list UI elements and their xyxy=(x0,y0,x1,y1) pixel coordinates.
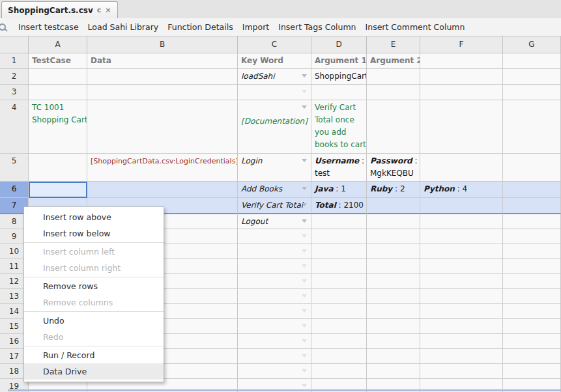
horizontal-scrollbar[interactable] xyxy=(8,389,561,391)
cell-E13[interactable] xyxy=(367,289,420,304)
dropdown-arrow-icon[interactable] xyxy=(302,279,307,283)
cell-E4[interactable] xyxy=(367,100,420,154)
cell-G5[interactable] xyxy=(503,154,561,182)
cell-G7[interactable] xyxy=(503,198,561,214)
cell-D4[interactable]: Verify Cart Total once you add books to … xyxy=(311,100,367,154)
dropdown-arrow-icon[interactable] xyxy=(302,219,307,223)
cell-B3[interactable] xyxy=(87,85,238,100)
row-header-6[interactable]: 6 xyxy=(0,182,29,198)
grid-corner[interactable] xyxy=(0,36,29,53)
cell-D3[interactable] xyxy=(311,85,367,100)
menu-item-insert-row-above[interactable]: Insert row above xyxy=(24,209,164,225)
cell-G1[interactable] xyxy=(503,53,561,69)
toolbar-item-insert-tags-column[interactable]: Insert Tags Column xyxy=(274,22,360,32)
row-header-4[interactable]: 4 xyxy=(0,100,29,154)
menu-item-run-record[interactable]: Run / Record xyxy=(24,347,164,363)
cell-C16[interactable] xyxy=(238,334,311,349)
cell-F8[interactable] xyxy=(420,214,503,229)
row-header-3[interactable]: 3 xyxy=(0,85,29,100)
cell-E12[interactable] xyxy=(367,274,420,289)
cell-G17[interactable] xyxy=(503,349,561,364)
cell-E5[interactable]: Password : MgkKEQBU xyxy=(367,154,420,182)
cell-C13[interactable] xyxy=(238,289,311,304)
cell-G3[interactable] xyxy=(503,85,561,100)
cell-C2[interactable]: loadSahi xyxy=(238,69,311,85)
menu-item-insert-row-below[interactable]: Insert row below xyxy=(24,225,164,242)
close-icon[interactable]: × xyxy=(105,7,111,14)
dropdown-arrow-icon[interactable] xyxy=(302,187,307,190)
cell-B4[interactable] xyxy=(87,100,238,154)
toolbar-item-function-details[interactable]: Function Details xyxy=(163,22,237,32)
toolbar-item-insert-testcase[interactable]: Insert testcase xyxy=(14,22,83,32)
row-header-5[interactable]: 5 xyxy=(0,154,29,182)
cell-C11[interactable] xyxy=(238,259,311,274)
cell-D6[interactable]: Java : 1 xyxy=(311,182,367,198)
cell-E17[interactable] xyxy=(367,349,420,364)
cell-G14[interactable] xyxy=(503,304,561,319)
cell-C14[interactable] xyxy=(238,304,311,319)
cell-E14[interactable] xyxy=(367,304,420,319)
cell-G2[interactable] xyxy=(503,69,561,85)
dropdown-arrow-icon[interactable] xyxy=(302,249,307,253)
column-header-F[interactable]: F xyxy=(420,36,503,53)
cell-F1[interactable] xyxy=(420,53,503,69)
cell-D2[interactable]: ShoppingCartL xyxy=(311,69,367,85)
cell-C17[interactable] xyxy=(238,349,311,364)
cell-C12[interactable] xyxy=(238,274,311,289)
cell-C4[interactable]: [Documentation] xyxy=(238,100,311,154)
cell-F16[interactable] xyxy=(420,334,503,349)
cell-E3[interactable] xyxy=(367,85,420,100)
dropdown-arrow-icon[interactable] xyxy=(302,234,307,238)
cell-G13[interactable] xyxy=(503,289,561,304)
dropdown-arrow-icon[interactable] xyxy=(302,294,307,298)
cell-F2[interactable] xyxy=(420,69,503,85)
dropdown-arrow-icon[interactable] xyxy=(302,324,307,328)
cell-F15[interactable] xyxy=(420,319,503,334)
dropdown-arrow-icon[interactable] xyxy=(302,264,307,268)
cell-C9[interactable] xyxy=(238,229,311,244)
cell-D14[interactable] xyxy=(311,304,367,319)
cell-E18[interactable] xyxy=(367,364,420,379)
menu-item-data-drive[interactable]: Data Drive xyxy=(24,363,164,380)
cell-D18[interactable] xyxy=(311,364,367,379)
cell-E6[interactable]: Ruby : 2 xyxy=(367,182,420,198)
cell-D1[interactable]: Argument 1 xyxy=(311,53,367,69)
cell-E15[interactable] xyxy=(367,319,420,334)
cell-G16[interactable] xyxy=(503,334,561,349)
cell-C7[interactable]: Verify Cart Total xyxy=(238,198,311,214)
cell-E8[interactable] xyxy=(367,214,420,229)
cell-E10[interactable] xyxy=(367,244,420,259)
cell-D7[interactable]: Total : 2100 xyxy=(311,198,367,214)
cell-F7[interactable] xyxy=(420,198,503,214)
dropdown-arrow-icon[interactable] xyxy=(302,203,307,206)
cell-C10[interactable] xyxy=(238,244,311,259)
cell-D11[interactable] xyxy=(311,259,367,274)
cell-B2[interactable] xyxy=(87,69,238,85)
cell-B1[interactable]: Data xyxy=(87,53,238,69)
row-header-2[interactable]: 2 xyxy=(0,69,29,85)
cell-E1[interactable]: Argument 2 xyxy=(367,53,420,69)
cell-D17[interactable] xyxy=(311,349,367,364)
cell-D9[interactable] xyxy=(311,229,367,244)
toolbar-item-insert-comment-column[interactable]: Insert Comment Column xyxy=(361,22,470,32)
cell-D8[interactable] xyxy=(311,214,367,229)
dropdown-arrow-icon[interactable] xyxy=(302,74,307,77)
cell-C18[interactable] xyxy=(238,364,311,379)
toolbar-item-load-sahi-library[interactable]: Load Sahi Library xyxy=(83,22,164,32)
cell-E16[interactable] xyxy=(367,334,420,349)
cell-E9[interactable] xyxy=(367,229,420,244)
cell-F17[interactable] xyxy=(420,349,503,364)
cell-F10[interactable] xyxy=(420,244,503,259)
cell-A1[interactable]: TestCase xyxy=(29,53,87,69)
search-icon[interactable] xyxy=(0,21,7,33)
cell-G15[interactable] xyxy=(503,319,561,334)
cell-A4[interactable]: TC 1001 Shopping Cart xyxy=(29,100,87,154)
cell-E7[interactable] xyxy=(367,198,420,214)
column-header-C[interactable]: C xyxy=(238,36,311,53)
cell-C1[interactable]: Key Word xyxy=(238,53,311,69)
cell-C5[interactable]: Login xyxy=(238,154,311,182)
menu-item-undo[interactable]: Undo xyxy=(24,313,164,329)
cell-G11[interactable] xyxy=(503,259,561,274)
cell-F6[interactable]: Python : 4 xyxy=(420,182,503,198)
cell-C15[interactable] xyxy=(238,319,311,334)
